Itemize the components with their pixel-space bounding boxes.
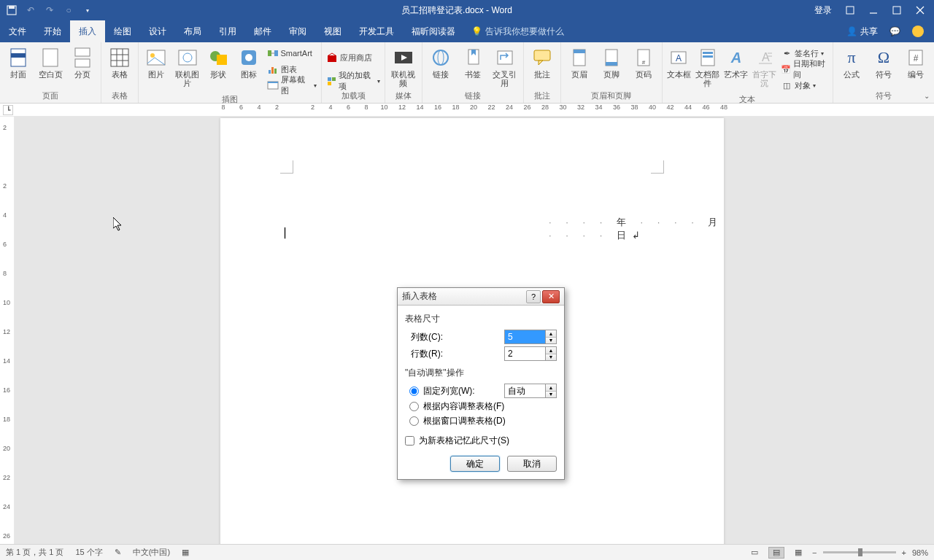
svg-rect-29 bbox=[271, 67, 274, 74]
tell-me[interactable]: 💡告诉我你想要做什么 bbox=[464, 20, 564, 42]
fixed-width-label[interactable]: 固定列宽(W): bbox=[423, 385, 500, 397]
svg-rect-47 bbox=[574, 50, 585, 53]
ruler-corner[interactable]: ┗ bbox=[3, 105, 13, 115]
dialog-help-icon[interactable]: ? bbox=[526, 290, 541, 303]
fw-spin-down[interactable]: ▼ bbox=[546, 392, 556, 398]
tab-mailings[interactable]: 邮件 bbox=[245, 20, 280, 42]
wordart-button[interactable]: A艺术字 bbox=[724, 44, 748, 79]
tab-layout[interactable]: 布局 bbox=[175, 20, 210, 42]
cover-page-button[interactable]: 封面 bbox=[4, 44, 32, 79]
quickparts-button[interactable]: 文档部件 bbox=[695, 44, 719, 88]
tab-review[interactable]: 审阅 bbox=[280, 20, 315, 42]
tab-devtools[interactable]: 开发工具 bbox=[350, 20, 403, 42]
smartart-button[interactable]: SmartArt bbox=[267, 46, 317, 61]
rows-input[interactable] bbox=[505, 347, 545, 360]
ok-button[interactable]: 确定 bbox=[450, 456, 500, 472]
col-spin-down[interactable]: ▼ bbox=[546, 338, 556, 344]
save-icon[interactable] bbox=[6, 4, 18, 16]
qat-dropdown-icon[interactable]: ▾ bbox=[82, 4, 93, 16]
collapse-ribbon-icon[interactable]: ⌄ bbox=[924, 92, 930, 100]
undo-icon[interactable]: ↶ bbox=[25, 4, 36, 16]
ruler-horizontal[interactable]: ┗ 86422468101214161820222426283032343638… bbox=[0, 104, 934, 117]
number-button[interactable]: #编号 bbox=[902, 44, 930, 79]
online-picture-button[interactable]: 联机图片 bbox=[174, 44, 200, 88]
zoom-out-icon[interactable]: − bbox=[812, 548, 817, 557]
fixed-width-input[interactable] bbox=[505, 384, 545, 397]
zoom-slider[interactable] bbox=[823, 551, 896, 553]
table-button[interactable]: 表格 bbox=[106, 44, 134, 79]
fit-window-radio[interactable] bbox=[409, 416, 419, 426]
blank-page-button[interactable]: 空白页 bbox=[36, 44, 64, 79]
header-button[interactable]: 页眉 bbox=[566, 44, 593, 79]
fit-contents-label[interactable]: 根据内容调整表格(F) bbox=[423, 400, 504, 413]
shapes-button[interactable]: 形状 bbox=[205, 44, 231, 79]
zoom-thumb[interactable] bbox=[858, 548, 862, 556]
minimize-icon[interactable] bbox=[868, 5, 879, 15]
equation-button[interactable]: π公式 bbox=[838, 44, 865, 79]
screenshot-button[interactable]: 屏幕截图▾ bbox=[267, 78, 317, 93]
status-words[interactable]: 15 个字 bbox=[75, 547, 102, 558]
tab-view[interactable]: 视图 bbox=[315, 20, 350, 42]
tab-draw[interactable]: 绘图 bbox=[105, 20, 140, 42]
dialog-close-icon[interactable]: ✕ bbox=[542, 290, 560, 303]
my-addins-button[interactable]: 我的加载项▾ bbox=[326, 74, 379, 88]
tab-home[interactable]: 开始 bbox=[35, 20, 70, 42]
view-print-icon[interactable]: ▤ bbox=[768, 547, 784, 559]
ribbon-display-icon[interactable] bbox=[845, 5, 855, 15]
online-video-button[interactable]: 联机视频 bbox=[390, 44, 417, 88]
dialog-titlebar[interactable]: 插入表格 ? ✕ bbox=[398, 288, 564, 306]
macro-icon[interactable]: ▦ bbox=[182, 548, 189, 557]
store-button[interactable]: 应用商店 bbox=[326, 50, 379, 65]
columns-input[interactable] bbox=[505, 330, 545, 343]
status-page[interactable]: 第 1 页，共 1 页 bbox=[6, 547, 63, 558]
fit-window-label[interactable]: 根据窗口调整表格(D) bbox=[423, 415, 506, 427]
ruler-vertical[interactable]: 22468101214161820222426 bbox=[0, 117, 15, 544]
remember-label[interactable]: 为新表格记忆此尺寸(S) bbox=[419, 435, 509, 447]
spellcheck-icon[interactable]: ✎ bbox=[115, 548, 121, 557]
zoom-in-icon[interactable]: + bbox=[902, 548, 906, 557]
fixed-width-radio[interactable] bbox=[409, 386, 419, 396]
share-button[interactable]: 👤共享 bbox=[846, 26, 878, 38]
bookmark-button[interactable]: 书签 bbox=[459, 44, 487, 79]
footer-button[interactable]: 页脚 bbox=[598, 44, 625, 79]
row-spin-up[interactable]: ▲ bbox=[546, 347, 556, 354]
smiley-icon[interactable] bbox=[912, 26, 924, 37]
symbol-button[interactable]: Ω符号 bbox=[870, 44, 898, 79]
textbox-button[interactable]: A文本框 bbox=[667, 44, 691, 79]
zoom-level[interactable]: 98% bbox=[912, 548, 928, 557]
tab-design[interactable]: 设计 bbox=[140, 20, 175, 42]
view-read-icon[interactable]: ▭ bbox=[746, 547, 763, 559]
dropcap-button[interactable]: A首字下沉 bbox=[752, 44, 776, 88]
crossref-button[interactable]: 交叉引用 bbox=[491, 44, 519, 88]
pagebreak-button[interactable]: 分页 bbox=[69, 44, 96, 79]
row-spin-down[interactable]: ▼ bbox=[546, 354, 556, 361]
tab-references[interactable]: 引用 bbox=[210, 20, 245, 42]
remember-checkbox[interactable] bbox=[405, 436, 414, 446]
feedback-icon[interactable]: 💬 bbox=[889, 26, 900, 36]
datetime-button[interactable]: 📅日期和时间 bbox=[781, 62, 828, 77]
tab-insert[interactable]: 插入 bbox=[70, 20, 105, 42]
object-button[interactable]: ◫对象▾ bbox=[781, 78, 828, 93]
fit-contents-radio[interactable] bbox=[409, 402, 419, 411]
fw-spin-up[interactable]: ▲ bbox=[546, 384, 556, 392]
view-web-icon[interactable]: ▦ bbox=[790, 547, 806, 559]
fixed-width-spinbox[interactable]: ▲▼ bbox=[504, 384, 557, 398]
icons-button[interactable]: 图标 bbox=[236, 44, 262, 79]
tab-foxit[interactable]: 福昕阅读器 bbox=[403, 20, 464, 42]
tab-file[interactable]: 文件 bbox=[0, 20, 35, 42]
maximize-icon[interactable] bbox=[892, 5, 902, 15]
pagenum-button[interactable]: #页码 bbox=[630, 44, 657, 79]
link-button[interactable]: 链接 bbox=[427, 44, 455, 79]
status-lang[interactable]: 中文(中国) bbox=[133, 547, 170, 558]
picture-button[interactable]: 图片 bbox=[143, 44, 169, 79]
close-icon[interactable] bbox=[915, 5, 925, 15]
comment-button[interactable]: 批注 bbox=[528, 44, 556, 79]
document-area[interactable]: ▏ · · · · 年 · · · · 月 · · · · 日↲ 插入表格 ? … bbox=[15, 117, 934, 544]
repeat-icon[interactable]: ○ bbox=[63, 4, 74, 16]
columns-spinbox[interactable]: ▲▼ bbox=[504, 330, 557, 344]
redo-icon[interactable]: ↷ bbox=[44, 4, 55, 16]
login-link[interactable]: 登录 bbox=[814, 4, 832, 17]
col-spin-up[interactable]: ▲ bbox=[546, 330, 556, 338]
cancel-button[interactable]: 取消 bbox=[507, 456, 557, 472]
rows-spinbox[interactable]: ▲▼ bbox=[504, 346, 557, 361]
